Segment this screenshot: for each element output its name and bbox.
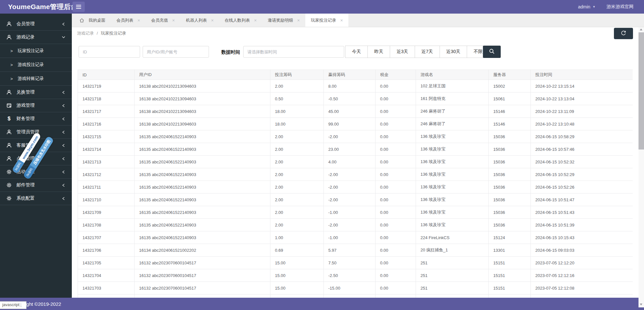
table-cell: 161 阿兹特克 — [416, 93, 489, 105]
tab-close-icon[interactable]: × — [340, 18, 343, 23]
tab-online-count-list[interactable]: 在线人数列表× — [219, 14, 262, 27]
range-button-last3days[interactable]: 近3天 — [390, 46, 415, 58]
search-icon — [489, 48, 495, 56]
table-header-cell: 赢得筹码 — [324, 70, 376, 80]
tab-robot-list[interactable]: 机器人列表× — [180, 14, 219, 27]
tab-close-icon[interactable]: × — [254, 18, 257, 23]
tab-desktop[interactable]: 我的桌面 — [74, 14, 111, 27]
chevron-left-icon — [61, 170, 66, 174]
table-row: 1432171216135 abc20240615221409032.00-2.… — [78, 168, 633, 181]
chevron-down-icon — [61, 35, 66, 40]
table-header-cell: 投注筹码 — [270, 70, 324, 80]
table-cell: 15124 — [489, 231, 531, 244]
official-site-link[interactable]: 游米游戏官网 — [606, 4, 634, 10]
table-cell: 16132 abc2023070600104517 — [135, 269, 270, 282]
range-button-today[interactable]: 今天 — [345, 46, 368, 58]
table-cell: 2.00 — [270, 194, 324, 206]
tab-close-icon[interactable]: × — [172, 18, 175, 23]
table-cell: 0.00 — [376, 181, 416, 194]
search-button[interactable] — [483, 46, 501, 58]
table-cell: 0.00 — [376, 219, 416, 231]
table-cell: 2024-10-22 13:13:04 — [531, 93, 633, 105]
range-button-last30days[interactable]: 近30天 — [440, 46, 467, 58]
range-button-yesterday[interactable]: 昨天 — [367, 46, 390, 58]
tab-close-icon[interactable]: × — [297, 18, 300, 23]
panel-icon — [6, 103, 12, 108]
table-cell: 246 麻将胡了 — [416, 118, 489, 130]
breadcrumb-separator: / — [97, 31, 98, 36]
scroll-up-arrow[interactable] — [640, 28, 642, 30]
table-header-cell: 游戏名 — [416, 70, 489, 80]
table-cell: 16135 abc2024061522140903 — [135, 143, 270, 156]
table-row: 1432170616134 abc20240615210022020.695.9… — [78, 244, 633, 257]
tab-close-icon[interactable]: × — [137, 18, 140, 23]
tab-member-list[interactable]: 会员列表× — [111, 14, 146, 27]
tab-label: 玩家投注记录 — [311, 17, 336, 23]
sidebar-subitem-label: 游戏投注记录 — [18, 62, 44, 68]
sidebar-item-game-records[interactable]: 游戏记录 — [0, 31, 72, 44]
table-cell: 15036 — [489, 181, 531, 194]
table-cell: 15146 — [489, 118, 531, 130]
table-row: 1432171916138 abc20241022130946032.008.0… — [78, 80, 633, 93]
table-cell: 0.00 — [376, 105, 416, 118]
id-search-input[interactable] — [79, 46, 140, 58]
table-cell: 251 — [416, 257, 489, 269]
refresh-button[interactable] — [614, 28, 633, 39]
tab-player-bet-records[interactable]: 玩家投注记录× — [305, 14, 348, 27]
sidebar-subitem-game-bet-records[interactable]: >游戏投注记录 — [0, 58, 72, 72]
table-cell: 16135 abc2024061522140903 — [135, 156, 270, 168]
table-row: 1432171616138 abc202410221309460318.0099… — [78, 118, 633, 130]
chevron-left-icon — [61, 183, 66, 188]
sidebar-item-member-mgmt[interactable]: 会员管理 — [0, 17, 72, 31]
table-cell: 136 埃及珍宝 — [416, 168, 489, 181]
tab-invite-reward[interactable]: 邀请奖励明细× — [262, 14, 305, 27]
date-range-button-group: 今天昨天近3天近7天近30天不限 — [345, 46, 489, 58]
table-cell: 14321704 — [78, 269, 135, 282]
scroll-down-arrow[interactable] — [640, 304, 642, 305]
vertical-scrollbar[interactable] — [639, 27, 644, 307]
bet-records-table: ID用户ID投注筹码赢得筹码税金游戏名服务器投注时间1432171916138 … — [78, 70, 633, 298]
table-cell: 15151 — [489, 257, 531, 269]
table-header-cell: 投注时间 — [531, 70, 633, 80]
user-search-input[interactable] — [143, 46, 209, 58]
tab-member-recharge[interactable]: 会员充值× — [146, 14, 180, 27]
table-row: 1432171116135 abc20240615221409032.00-2.… — [78, 181, 633, 194]
table-cell: -2.00 — [324, 181, 376, 194]
sidebar-item-exchange-mgmt[interactable]: 兑换管理 — [0, 86, 72, 99]
sidebar-subitem-player-bet-records[interactable]: >玩家投注记录 — [0, 44, 72, 58]
table-cell: 136 埃及珍宝 — [416, 219, 489, 231]
table-cell: 14321707 — [78, 231, 135, 244]
sidebar-item-game-mgmt[interactable]: 游戏管理 — [0, 99, 72, 112]
sidebar-toggle-button[interactable] — [72, 2, 85, 12]
admin-user-menu[interactable]: admin ▼ — [578, 4, 595, 9]
table-cell: 14321715 — [78, 130, 135, 143]
table-cell: 2024-10-22 13:10:48 — [531, 118, 633, 130]
table-cell: 16132 abc2023070600104517 — [135, 257, 270, 269]
tab-label: 会员充值 — [151, 17, 168, 23]
table-header-row: ID用户ID投注筹码赢得筹码税金游戏名服务器投注时间 — [78, 70, 633, 80]
table-cell: 2.00 — [270, 168, 324, 181]
table-cell: 102 足球王国 — [416, 80, 489, 93]
table-cell: 15002 — [489, 80, 531, 93]
scrollbar-thumb[interactable] — [639, 32, 644, 149]
table-cell: 15.00 — [270, 269, 324, 282]
tab-close-icon[interactable]: × — [211, 18, 213, 23]
table-cell: 45.00 — [324, 105, 376, 118]
range-button-last7days[interactable]: 近7天 — [415, 46, 440, 58]
table-cell: 0.50 — [270, 93, 324, 105]
sidebar-item-system-config[interactable]: 系统配置 — [0, 192, 72, 205]
table-cell: 14321717 — [78, 105, 135, 118]
sidebar-item-mail-mgmt[interactable]: 邮件管理 — [0, 179, 72, 192]
sidebar-item-label: 客服管理 — [16, 142, 61, 148]
table-cell: -15.00 — [324, 282, 376, 294]
table-cell: 14321718 — [78, 93, 135, 105]
date-label: 数据时间 — [221, 49, 240, 55]
table-cell: 15.00 — [270, 257, 324, 269]
sidebar-item-finance-mgmt[interactable]: $财务管理 — [0, 112, 72, 126]
table-cell: 0.00 — [376, 244, 416, 257]
table-cell: 0.00 — [376, 156, 416, 168]
table-cell: 15036 — [489, 194, 531, 206]
sidebar-subitem-game-transfer-records[interactable]: >游戏转账记录 — [0, 72, 72, 86]
date-range-input[interactable] — [243, 46, 344, 58]
gear-icon — [6, 169, 12, 175]
